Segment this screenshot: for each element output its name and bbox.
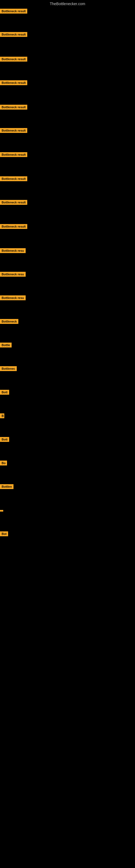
bottleneck-badge-row: Bottleneck result [0,224,27,230]
bottleneck-badge[interactable]: Bottleneck resu [0,248,26,253]
bottleneck-badge-row: Bottleneck resu [0,272,26,278]
bottleneck-badge-row: Bottlen [0,484,13,490]
bottleneck-badge[interactable] [0,510,3,512]
bottleneck-badge[interactable]: Bottleneck result [0,152,27,157]
bottleneck-badge[interactable]: Bottleneck result [0,224,27,229]
bottleneck-badge-row: Bottleneck result [0,57,27,63]
bottleneck-badge-row: Bott [0,437,9,443]
bottleneck-badge[interactable]: Bottleneck result [0,128,27,133]
bottleneck-badge[interactable]: Bottleneck result [0,176,27,181]
bottleneck-badge[interactable]: Bo [0,461,7,465]
bottleneck-badge-row: Bottleneck result [0,32,27,38]
bottleneck-badge[interactable]: Bottleneck result [0,9,27,13]
bottleneck-badge-row: Bottleneck [0,319,18,325]
bottleneck-badge-row: Bottleneck resu [0,248,26,254]
bottleneck-badge[interactable]: Bottleneck resu [0,296,26,300]
bottleneck-badge[interactable]: Bottleneck [0,319,18,324]
bottleneck-badge[interactable]: Bottleneck result [0,105,27,110]
bottleneck-badge[interactable]: B [0,413,4,418]
bottleneck-badge[interactable]: Bottle [0,343,12,347]
bottleneck-badge[interactable]: Bott [0,437,9,442]
bottleneck-badge[interactable]: Bottlenec [0,366,17,371]
site-title: TheBottlenecker.com [0,0,135,9]
bottleneck-badge-row: Bot [0,531,8,537]
bottleneck-badge-row: Bo [0,461,7,467]
bottleneck-badge-row [0,508,3,513]
bottleneck-badge[interactable]: Bottleneck result [0,57,27,62]
bottleneck-badge-row: Bottleneck result [0,80,27,86]
bottleneck-badge-row: Bottleneck result [0,9,27,14]
bottleneck-badge[interactable]: Bottlen [0,484,13,489]
bottleneck-badge-row: Bottleneck result [0,152,27,158]
bottleneck-badge[interactable]: Bottleneck resu [0,272,26,277]
bottleneck-badge-row: Bottlenec [0,366,17,372]
bottleneck-badge-row: Bottleneck resu [0,296,26,301]
bottleneck-badge-row: Bottleneck result [0,105,27,111]
bottleneck-badge[interactable]: Bott [0,390,9,395]
bottleneck-badge-row: Bottleneck result [0,176,27,182]
bottleneck-badge-row: Bottleneck result [0,200,27,206]
bottleneck-badge-row: Bottle [0,343,12,348]
bottleneck-badge[interactable]: Bottleneck result [0,32,27,37]
bottleneck-badge-row: Bottleneck result [0,128,27,134]
bottleneck-badge[interactable]: Bottleneck result [0,80,27,85]
bottleneck-badge-row: B [0,413,4,420]
bottleneck-badge-row: Bott [0,390,9,396]
bottleneck-badge[interactable]: Bottleneck result [0,200,27,205]
bottleneck-badge[interactable]: Bot [0,531,8,536]
